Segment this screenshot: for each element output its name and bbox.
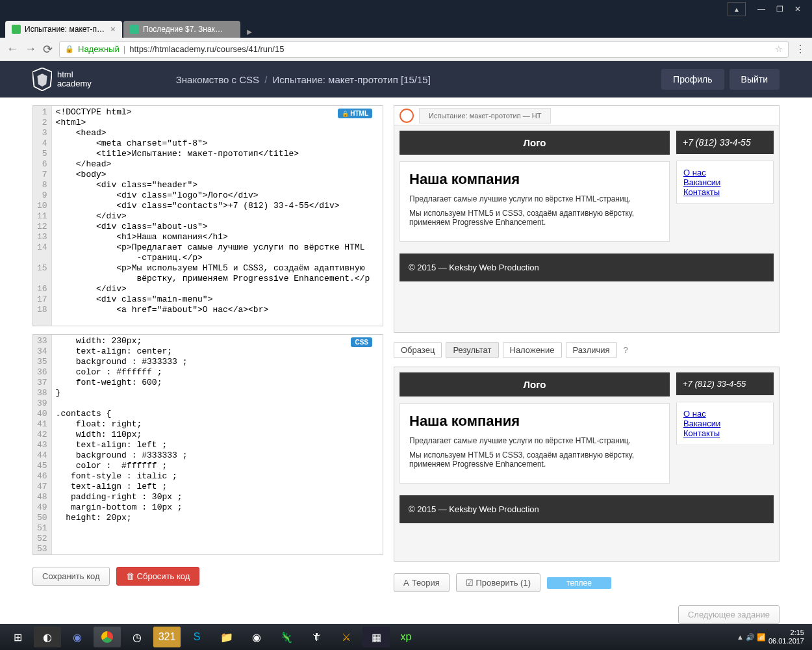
chrome-menu-icon[interactable]: ⋮ bbox=[795, 43, 806, 55]
taskbar-app[interactable]: 🦎 bbox=[273, 627, 300, 644]
css-editor[interactable]: CSS 333435363738394041424344454647484950… bbox=[32, 334, 383, 555]
logout-button[interactable]: Выйти bbox=[730, 69, 780, 90]
mock-link[interactable]: Контакты bbox=[683, 187, 767, 197]
line-gutter: 3334353637383940414243444546474849505152… bbox=[33, 335, 52, 554]
mock-heading: Наша компания bbox=[409, 413, 660, 430]
mock-about: Наша компания Предлагает самые лучшие ус… bbox=[400, 403, 670, 484]
taskbar-wow[interactable]: ⚔ bbox=[333, 627, 360, 644]
mock-footer: © 2015 — Keksby Web Production bbox=[400, 254, 774, 281]
result-buttons: AТеория ☑ Проверить (1) теплее bbox=[394, 573, 780, 592]
mock-paragraph: Предлагает самые лучшие услуги по вёрстк… bbox=[409, 436, 660, 445]
mock-footer: © 2015 — Keksby Web Production bbox=[400, 495, 774, 523]
breadcrumb-course[interactable]: Знакомство с CSS bbox=[176, 74, 259, 85]
check-button[interactable]: ☑ Проверить (1) bbox=[456, 573, 540, 592]
mock-link[interactable]: Контакты bbox=[683, 428, 767, 438]
preview-panel-top: Испытание: макет-прототип — HT Лого Наша… bbox=[394, 105, 780, 333]
breadcrumb-sep: / bbox=[264, 74, 267, 85]
html-badge: 🔒HTML bbox=[338, 109, 372, 118]
browser-tab-inactive[interactable]: Последние $7. Знакомс × bbox=[123, 21, 240, 38]
mock-paragraph: Мы используем HTML5 и CSS3, создаём адап… bbox=[409, 450, 660, 469]
tab-overlay[interactable]: Наложение bbox=[503, 342, 562, 358]
windows-taskbar: ⊞ ◐ ◉ ◷ 321 S 📁 ◉ 🦎 🗡 ⚔ ▦ xp ▲ 🔊 📶 2:15 … bbox=[0, 624, 812, 644]
favicon-icon bbox=[130, 25, 139, 34]
preview-panel-bottom: Лого Наша компания Предлагает самые лучш… bbox=[394, 367, 780, 562]
check-icon: ☑ bbox=[466, 578, 474, 588]
taskbar-chrome[interactable] bbox=[94, 627, 121, 644]
back-button[interactable]: ← bbox=[6, 42, 18, 56]
progress-badge: теплее bbox=[547, 577, 611, 589]
clock[interactable]: 2:15 06.01.2017 bbox=[768, 629, 808, 644]
mock-phone: +7 (812) 33-4-55 bbox=[676, 372, 774, 395]
taskbar-app[interactable]: 🗡 bbox=[303, 627, 330, 644]
result-tabs: Образец Результат Наложение Различия ? bbox=[394, 341, 780, 359]
mock-heading: Наша компания bbox=[409, 171, 660, 188]
mock-about: Наша компания Предлагает самые лучшие ус… bbox=[400, 161, 670, 242]
forward-button[interactable]: → bbox=[25, 42, 36, 56]
start-button[interactable]: ⊞ bbox=[4, 627, 31, 644]
line-gutter: 123456789101112131415161718 bbox=[33, 106, 52, 326]
system-tray[interactable]: ▲ 🔊 📶 bbox=[737, 633, 766, 642]
reload-button[interactable]: ⟳ bbox=[43, 42, 53, 57]
mock-paragraph: Предлагает самые лучшие услуги по вёрстк… bbox=[409, 194, 660, 203]
tab-close-icon[interactable]: × bbox=[229, 24, 234, 34]
code-area[interactable]: width: 230px; text-align: center; backgr… bbox=[52, 335, 383, 554]
url-text: https://htmlacademy.ru/courses/41/run/15 bbox=[129, 44, 771, 54]
tab-diff[interactable]: Различия bbox=[566, 342, 617, 358]
secure-label: Надежный bbox=[78, 44, 120, 54]
mock-links: О нас Вакансии Контакты bbox=[676, 402, 774, 445]
taskbar-app[interactable]: xp bbox=[392, 627, 420, 644]
css-badge: CSS bbox=[351, 337, 372, 347]
favicon-icon bbox=[12, 25, 21, 34]
taskbar-app[interactable]: ◷ bbox=[123, 627, 151, 644]
mock-paragraph: Мы используем HTML5 и CSS3, создаём адап… bbox=[409, 209, 660, 227]
opera-icon bbox=[400, 109, 414, 123]
theory-button[interactable]: AТеория bbox=[394, 573, 450, 592]
window-minimize[interactable]: — bbox=[752, 2, 770, 16]
tab-title: Последние $7. Знакомс bbox=[143, 25, 225, 34]
taskbar-app[interactable]: 321 bbox=[153, 627, 181, 644]
breadcrumb-task: Испытание: макет-прототип [15/15] bbox=[273, 74, 431, 85]
brand-text-1: html bbox=[57, 70, 92, 79]
user-icon[interactable]: ▲ bbox=[728, 2, 746, 16]
mock-link[interactable]: Вакансии bbox=[683, 177, 767, 187]
bookmark-icon[interactable]: ☆ bbox=[775, 44, 783, 54]
reset-button[interactable]: 🗑Сбросить код bbox=[116, 567, 200, 586]
breadcrumb: Знакомство с CSS / Испытание: макет-прот… bbox=[176, 74, 431, 85]
save-button[interactable]: Сохранить код bbox=[32, 567, 110, 586]
next-task-button[interactable]: Следующее задание bbox=[678, 605, 780, 624]
mock-links: О нас Вакансии Контакты bbox=[676, 161, 774, 204]
profile-button[interactable]: Профиль bbox=[661, 69, 724, 90]
browser-tabs: Испытание: макет-прот × Последние $7. Зн… bbox=[0, 18, 812, 38]
browser-tab-active[interactable]: Испытание: макет-прот × bbox=[5, 21, 122, 38]
brand-text-2: academy bbox=[57, 79, 92, 88]
tab-title: Испытание: макет-прот bbox=[25, 25, 107, 34]
mock-link[interactable]: Вакансии bbox=[683, 419, 767, 428]
taskbar-steam[interactable]: ◉ bbox=[243, 627, 270, 644]
mock-logo: Лого bbox=[400, 131, 670, 155]
address-bar[interactable]: 🔒 Надежный | https://htmlacademy.ru/cour… bbox=[59, 41, 789, 58]
taskbar-skype[interactable]: S bbox=[183, 627, 210, 644]
logo[interactable]: htmlacademy bbox=[32, 68, 92, 91]
trash-icon: 🗑 bbox=[126, 571, 134, 581]
mock-phone: +7 (812) 33-4-55 bbox=[676, 131, 774, 154]
taskbar-app[interactable]: ◐ bbox=[34, 627, 61, 644]
mock-link[interactable]: О нас bbox=[683, 409, 767, 419]
mock-link[interactable]: О нас bbox=[683, 168, 767, 177]
window-close[interactable]: ✕ bbox=[789, 2, 807, 16]
new-tab-button[interactable]: ▸ bbox=[242, 25, 257, 38]
window-maximize[interactable]: ❐ bbox=[770, 2, 789, 16]
tab-close-icon[interactable]: × bbox=[110, 24, 116, 34]
tab-result[interactable]: Результат bbox=[446, 342, 498, 358]
taskbar-app[interactable]: ▦ bbox=[362, 627, 390, 644]
taskbar-explorer[interactable]: 📁 bbox=[213, 627, 240, 644]
help-icon[interactable]: ? bbox=[624, 345, 628, 355]
editor-buttons: Сохранить код 🗑Сбросить код bbox=[32, 567, 383, 586]
lock-icon: 🔒 bbox=[65, 45, 74, 53]
taskbar-app[interactable]: ◉ bbox=[64, 627, 91, 644]
shield-icon bbox=[32, 68, 52, 91]
window-titlebar: ▲ — ❐ ✕ bbox=[0, 0, 812, 18]
code-area[interactable]: <!DOCTYPE html><html> <head> <meta chars… bbox=[52, 106, 383, 326]
tab-sample[interactable]: Образец bbox=[394, 342, 442, 358]
html-editor[interactable]: 🔒HTML 123456789101112131415161718 <!DOCT… bbox=[32, 105, 383, 326]
mock-logo: Лого bbox=[400, 372, 670, 396]
